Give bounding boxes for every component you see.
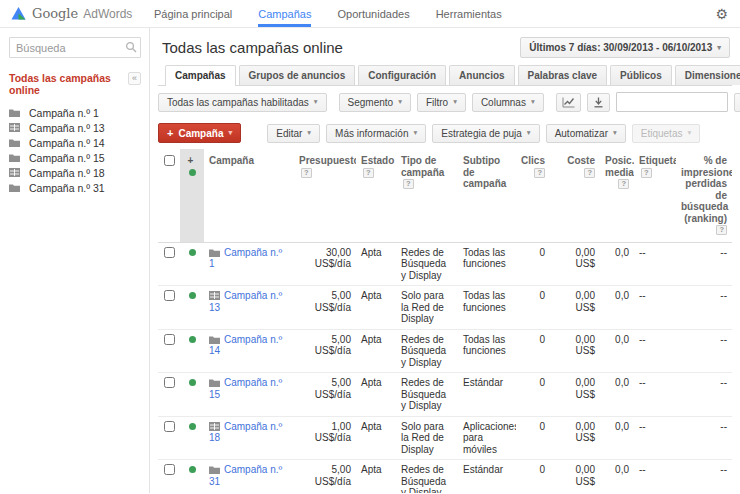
budget-cell[interactable]: 5,00 US$/día <box>294 286 356 330</box>
all-campaigns-link[interactable]: Todas las campañas online <box>9 72 128 96</box>
table-search-input[interactable] <box>616 92 728 112</box>
col-status[interactable]: Estado? <box>356 149 396 242</box>
status-cell: Apta <box>356 242 396 286</box>
automate-button[interactable]: Automatizar ▾ <box>546 124 626 143</box>
status-enabled-icon[interactable] <box>189 249 196 256</box>
budget-cell[interactable]: 1,00 US$/día <box>294 416 356 460</box>
chevron-down-icon: ▾ <box>687 129 691 137</box>
chevron-down-icon: ▾ <box>307 129 311 137</box>
row-checkbox[interactable] <box>164 290 175 301</box>
bid-strategy-button[interactable]: Estrategia de puja ▾ <box>432 124 539 143</box>
clicks-cell: 0 <box>516 286 550 330</box>
col-campaign[interactable]: Campaña <box>204 149 294 242</box>
avg-pos-cell: 0,0 <box>600 416 634 460</box>
tab-anuncios[interactable]: Anuncios <box>449 65 515 85</box>
new-campaign-button[interactable]: + Campaña ▾ <box>158 123 241 143</box>
sidebar-campaign-item[interactable]: Campaña n.º 15 <box>9 150 141 165</box>
chevron-down-icon: ▾ <box>527 129 531 137</box>
tab-publicos[interactable]: Públicos <box>610 65 672 85</box>
status-enabled-icon[interactable] <box>189 336 196 343</box>
budget-cell[interactable]: 5,00 US$/día <box>294 373 356 417</box>
labels-cell: -- <box>634 286 676 330</box>
select-all-checkbox[interactable] <box>164 155 175 166</box>
chevron-down-icon: ▾ <box>228 129 232 137</box>
budget-cell[interactable]: 30,00 US$/día <box>294 242 356 286</box>
budget-cell[interactable]: 5,00 US$/día <box>294 460 356 494</box>
cost-cell: 0,00 US$ <box>550 416 600 460</box>
status-enabled-icon[interactable] <box>189 466 196 473</box>
status-filter-header[interactable]: + <box>180 149 204 242</box>
sidebar-campaign-item[interactable]: Campaña n.º 13 <box>9 120 141 135</box>
filter-toolbar: Todas las campañas habilitadas ▾ Segment… <box>150 86 740 117</box>
labels-cell: -- <box>634 460 676 494</box>
sidebar-campaign-item[interactable]: Campaña n.º 1 <box>9 105 141 120</box>
tab-dimensiones[interactable]: Dimensiones <box>675 65 740 85</box>
tab-grupos-de-anuncios[interactable]: Grupos de anuncios <box>239 65 356 85</box>
campaigns-table: + Campaña Presupuesto? Estado? Tipo de c… <box>158 149 732 493</box>
details-button[interactable]: Más información ▾ <box>326 124 426 143</box>
sidebar-campaign-item[interactable]: Campaña n.º 18 <box>9 165 141 180</box>
col-avg-pos[interactable]: Posic. media? <box>600 149 634 242</box>
help-icon[interactable]: ? <box>534 168 545 178</box>
row-checkbox[interactable] <box>164 247 175 258</box>
date-range-button[interactable]: Últimos 7 días: 30/09/2013 - 06/10/2013 … <box>520 37 730 58</box>
row-checkbox[interactable] <box>164 377 175 388</box>
col-clicks[interactable]: Clics? <box>516 149 550 242</box>
sidebar-campaign-item[interactable]: Campaña n.º 31 <box>9 180 141 195</box>
chevron-down-icon: ▾ <box>613 129 617 137</box>
gear-icon[interactable]: ⚙ <box>715 0 728 27</box>
tab-campanas[interactable]: Campañas <box>165 65 236 86</box>
columns-button[interactable]: Columnas ▾ <box>472 93 544 112</box>
download-button[interactable] <box>587 93 610 112</box>
campaign-folder-icon <box>209 465 220 474</box>
avg-pos-cell: 0,0 <box>600 242 634 286</box>
nav-oportunidades[interactable]: Oportunidades <box>337 0 409 27</box>
main-nav: Página principal Campañas Oportunidades … <box>154 0 502 27</box>
status-enabled-icon[interactable] <box>189 169 196 176</box>
col-labels[interactable]: Etiquetas? <box>634 149 676 242</box>
campaign-status-filter-button[interactable]: Todas las campañas habilitadas ▾ <box>158 93 327 112</box>
nav-herramientas[interactable]: Herramientas <box>436 0 502 27</box>
row-checkbox[interactable] <box>164 334 175 345</box>
row-checkbox[interactable] <box>164 421 175 432</box>
status-cell: Apta <box>356 460 396 494</box>
cost-cell: 0,00 US$ <box>550 373 600 417</box>
help-icon[interactable]: ? <box>641 168 652 178</box>
labels-cell: -- <box>634 242 676 286</box>
help-icon[interactable]: ? <box>403 179 414 189</box>
help-icon[interactable]: ? <box>618 179 629 189</box>
sidebar-campaign-item[interactable]: Campaña n.º 14 <box>9 135 141 150</box>
col-budget[interactable]: Presupuesto? <box>294 149 356 242</box>
avg-pos-cell: 0,0 <box>600 460 634 494</box>
col-type[interactable]: Tipo de campaña? <box>396 149 458 242</box>
tab-configuracion[interactable]: Configuración <box>358 65 446 85</box>
type-cell: Solo para la Red de Display <box>396 416 458 460</box>
status-enabled-icon[interactable] <box>189 423 196 430</box>
help-icon[interactable]: ? <box>363 168 374 178</box>
table-row: Campaña n.º 14 5,00 US$/día Apta Redes d… <box>158 329 732 373</box>
status-enabled-icon[interactable] <box>189 379 196 386</box>
help-icon[interactable]: ? <box>301 168 312 178</box>
col-subtype[interactable]: Subtipo de campaña <box>458 149 516 242</box>
budget-cell[interactable]: 5,00 US$/día <box>294 329 356 373</box>
edit-button[interactable]: Editar ▾ <box>267 124 320 143</box>
search-submit-button[interactable]: Buscar <box>734 93 740 112</box>
sidebar-search-input[interactable] <box>9 37 141 58</box>
status-cell: Apta <box>356 286 396 330</box>
type-cell: Solo para la Red de Display <box>396 286 458 330</box>
tab-palabras-clave[interactable]: Palabras clave <box>518 65 608 85</box>
filter-button[interactable]: Filtro ▾ <box>417 93 466 112</box>
nav-pagina-principal[interactable]: Página principal <box>154 0 232 27</box>
segment-button[interactable]: Segmento ▾ <box>339 93 411 112</box>
status-sort-icon[interactable]: + <box>188 155 194 166</box>
help-icon[interactable]: ? <box>716 225 727 235</box>
nav-campanas[interactable]: Campañas <box>258 0 311 27</box>
chart-button[interactable] <box>556 93 581 112</box>
status-enabled-icon[interactable] <box>189 292 196 299</box>
col-cost[interactable]: Coste? <box>550 149 600 242</box>
help-icon[interactable]: ? <box>584 168 595 178</box>
row-checkbox[interactable] <box>164 464 175 475</box>
cost-cell: 0,00 US$ <box>550 286 600 330</box>
col-lost-impression-share[interactable]: % de impresiones perdidas de búsqueda (r… <box>676 149 732 242</box>
collapse-sidebar-icon[interactable]: « <box>128 72 141 85</box>
